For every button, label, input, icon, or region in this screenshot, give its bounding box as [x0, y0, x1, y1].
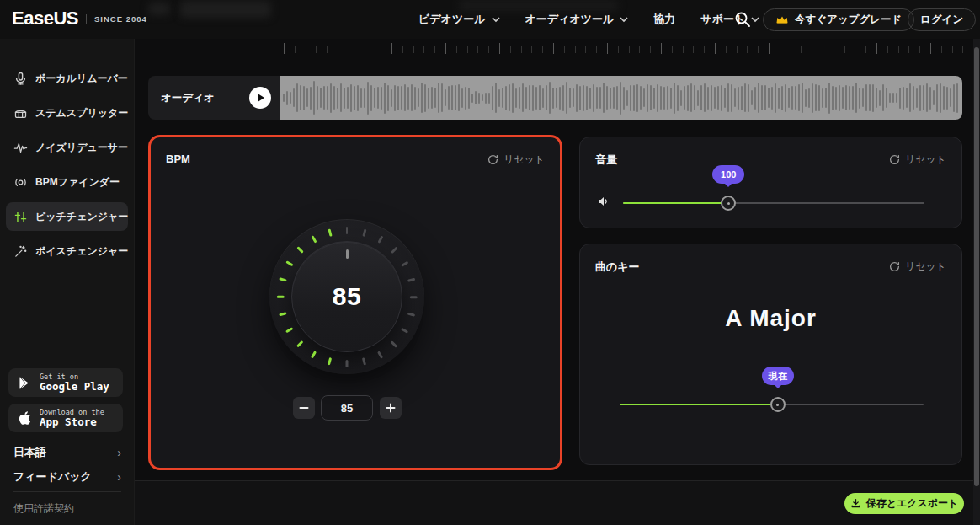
apple-icon [19, 410, 33, 426]
feedback-link[interactable]: フィードバック › [0, 465, 135, 489]
scrollbar-thumb[interactable] [974, 47, 979, 486]
slider-fill [620, 404, 778, 405]
play-button[interactable] [249, 87, 271, 109]
bpm-knob[interactable]: 85 [269, 219, 424, 374]
minus-icon [299, 403, 309, 413]
plus-icon [386, 403, 396, 413]
speaker-icon [597, 195, 610, 208]
sidebar-item-vocal-remover[interactable]: ボーカルリムーバー [6, 64, 128, 93]
pitch-sliders-icon [13, 210, 28, 224]
save-export-button[interactable]: 保存とエクスポート [844, 493, 964, 514]
main-nav: ビデオツール オーディオツール 協力 サポート [418, 0, 759, 39]
upgrade-button[interactable]: 今すぐアップグレード [763, 8, 914, 31]
nav-cooperation[interactable]: 協力 [653, 12, 675, 27]
reset-icon [889, 261, 900, 272]
nav-audio-tools[interactable]: オーディオツール [525, 12, 629, 27]
chevron-right-icon: › [117, 470, 121, 484]
header: EaseUS SINCE 2004 ビデオツール オーディオツール 協力 サポー… [0, 0, 980, 39]
easeus-logo[interactable]: EaseUS SINCE 2004 [12, 8, 147, 29]
key-panel-title: 曲のキー [595, 260, 640, 275]
bpm-stepper [151, 395, 560, 421]
bpm-decrement-button[interactable] [293, 397, 315, 419]
logo-text: EaseUS [12, 8, 78, 29]
app-store-badge[interactable]: Download on the App Store [8, 404, 123, 432]
audio-track-label: オーディオ [148, 76, 280, 120]
reset-icon [487, 154, 498, 165]
bpm-input[interactable] [321, 395, 373, 421]
key-slider[interactable]: 現在 [620, 397, 924, 412]
login-button[interactable]: ログイン [908, 8, 976, 31]
knob-pointer [346, 249, 349, 259]
nav-video-tools[interactable]: ビデオツール [418, 12, 500, 27]
crown-icon [775, 14, 789, 25]
bpm-circle-icon [13, 175, 28, 190]
magic-wand-icon [13, 244, 28, 259]
volume-panel-title: 音量 [595, 153, 617, 168]
sidebar-item-bpm-finder[interactable]: BPMファインダー [6, 168, 128, 196]
chevron-down-icon [751, 17, 759, 23]
sidebar-item-pitch-changer[interactable]: ピッチチェンジャー [6, 202, 128, 231]
song-key-value: A Major [580, 305, 961, 332]
badge-bottom-text: App Store [40, 416, 104, 428]
waveform[interactable] [280, 76, 962, 120]
sidebar-item-noise-reducer[interactable]: ノイズリデューサー [6, 133, 128, 162]
microphone-icon [13, 72, 28, 86]
bottom-bar: 保存とエクスポート [135, 481, 980, 525]
search-icon[interactable] [734, 11, 751, 28]
bpm-reset-button[interactable]: リセット [487, 153, 545, 167]
chevron-down-icon [492, 17, 500, 23]
volume-value-bubble: 100 [712, 165, 744, 184]
download-icon [850, 498, 861, 509]
play-icon [256, 93, 265, 103]
key-reset-button[interactable]: リセット [889, 260, 946, 274]
badge-bottom-text: Google Play [40, 381, 109, 393]
since-label: SINCE 2004 [86, 14, 147, 24]
bpm-panel: BPM リセット 85 [148, 135, 562, 470]
volume-slider-handle[interactable] [721, 196, 736, 211]
bpm-increment-button[interactable] [380, 397, 402, 419]
sidebar-divider [13, 491, 121, 492]
blurred-redaction [148, 3, 170, 15]
page: EaseUS SINCE 2004 ビデオツール オーディオツール 協力 サポー… [0, 0, 980, 525]
current-key-bubble: 現在 [762, 367, 794, 385]
volume-reset-button[interactable]: リセット [889, 153, 946, 167]
license-agreement-link[interactable]: 使用許諾契約 [13, 501, 74, 516]
sidebar-item-voice-changer[interactable]: ボイスチェンジャー [6, 237, 128, 265]
google-play-badge[interactable]: Get it on Google Play [8, 368, 123, 397]
chevron-down-icon [620, 17, 628, 23]
timeline-ruler [284, 42, 970, 54]
reset-icon [889, 154, 900, 165]
blurred-redaction [180, 1, 271, 18]
bpm-panel-title: BPM [166, 153, 190, 165]
sidebar-item-stem-splitter[interactable]: ステムスプリッター [6, 99, 128, 127]
volume-panel: 音量 リセット 100 [579, 137, 962, 228]
google-play-icon [19, 376, 33, 390]
noise-wave-icon [13, 141, 28, 155]
language-link[interactable]: 日本語 › [0, 441, 135, 464]
bpm-value: 85 [333, 282, 361, 311]
stem-splitter-icon [13, 106, 28, 121]
slider-fill [623, 202, 728, 204]
key-slider-handle[interactable] [770, 397, 786, 412]
chevron-right-icon: › [117, 446, 121, 459]
song-key-panel: 曲のキー リセット A Major 現在 [579, 244, 962, 465]
main-content: オーディオ BPM リセット 85 [135, 39, 980, 525]
knob-inner: 85 [291, 241, 402, 352]
sidebar-tool-list: ボーカルリムーバー ステムスプリッター ノイズリデューサー BPMファインダー [0, 39, 134, 265]
sidebar: ボーカルリムーバー ステムスプリッター ノイズリデューサー BPMファインダー [0, 39, 135, 525]
volume-slider[interactable]: 100 [623, 196, 924, 211]
